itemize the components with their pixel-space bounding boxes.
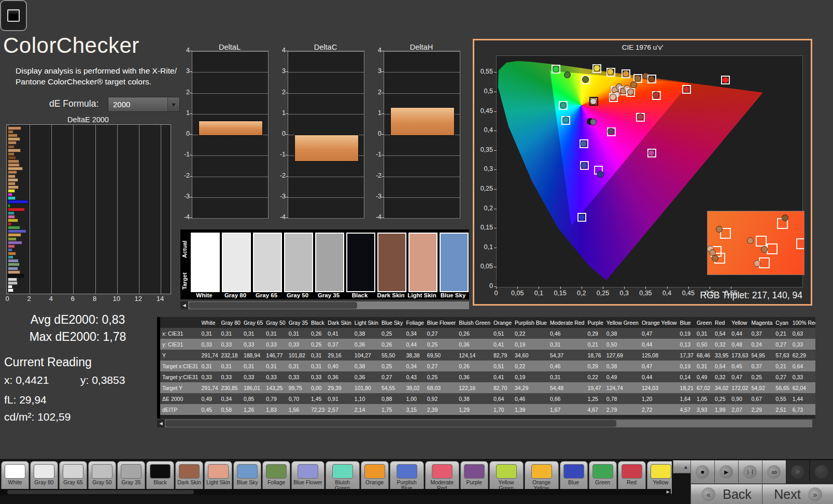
- deltae-bar: [8, 178, 18, 182]
- actual-target-swatch-panel: Actual Target WhiteGray 80Gray 65Gray 50…: [180, 229, 469, 299]
- table-cell: 0,51: [492, 361, 513, 371]
- axis-tick-label: 0,55: [475, 68, 493, 75]
- deltae-bar: [8, 252, 16, 255]
- table-cell: 0,33: [264, 371, 287, 382]
- axis-tick-label: 0,25: [597, 290, 609, 297]
- axis-tick: [494, 248, 497, 248]
- table-cell: 232,18: [220, 350, 242, 361]
- table-cell: 34,02: [713, 382, 730, 393]
- grid-line: [30, 125, 30, 294]
- deltae-bar: [8, 170, 17, 174]
- table-row: Target Y291,74230,85186,01143,2599,750,0…: [160, 382, 815, 393]
- axis-tick: [382, 134, 384, 135]
- cie-point-measured: [630, 81, 637, 88]
- table-cell: 0,31: [220, 361, 242, 371]
- palette-swatch: [651, 464, 671, 479]
- grid-line: [384, 72, 460, 73]
- scroll-left-icon[interactable]: ◀: [157, 420, 165, 427]
- transport-range-button[interactable]: [··]: [738, 460, 763, 484]
- palette-swatch: [92, 464, 112, 479]
- cie-point-measured: [560, 102, 567, 109]
- axis-tick-label: 2: [273, 89, 286, 96]
- table-cell: 56,65: [774, 382, 790, 393]
- cie-point-measured: [648, 150, 655, 156]
- swatch-scrollbar[interactable]: ◀: [180, 301, 469, 309]
- table-cell: 0,33: [220, 371, 242, 382]
- play-icon: ▶: [719, 465, 733, 479]
- palette-button-label: Purple: [466, 480, 482, 485]
- transport-stop-button[interactable]: ■: [690, 460, 715, 484]
- transport-refresh-button[interactable]: ⟳: [786, 460, 810, 484]
- deltae-bar: [8, 267, 18, 270]
- palette-swatch: [5, 464, 25, 479]
- table-header-cell: Magenta: [750, 317, 774, 328]
- table-cell: 2,72: [640, 404, 679, 415]
- axis-tick-label: 2: [177, 89, 190, 96]
- mini-chart-title: DeltaH: [384, 43, 459, 51]
- table-cell: 0,92: [426, 393, 457, 404]
- table-cell: 68,03: [426, 382, 457, 393]
- table-row: Target x:CIE310,310,310,310,310,310,310,…: [160, 361, 815, 371]
- table-cell: 0,26: [309, 328, 326, 339]
- palette-swatch: [592, 464, 613, 479]
- table-cell: 67,02: [695, 382, 713, 393]
- table-cell: 2,14: [353, 404, 380, 415]
- transport-infinity-button[interactable]: ∞: [762, 460, 786, 484]
- table-scrollbar[interactable]: ◀: [157, 420, 812, 427]
- table-header-cell: Red: [713, 317, 730, 328]
- table-cell: 0,78: [605, 393, 640, 404]
- axis-tick: [710, 286, 710, 289]
- inset-measured-marker: [754, 260, 760, 267]
- table-cell: 0,22: [586, 371, 604, 382]
- axis-tick-label: 0,3: [619, 290, 628, 297]
- table-header-cell: Purple: [586, 317, 604, 328]
- next-button[interactable]: Next »: [762, 484, 833, 504]
- table-row-label: Target x:CIE31: [160, 361, 200, 371]
- table-cell: 0,19: [679, 361, 695, 371]
- palette-scrollbar-thumb[interactable]: [7, 490, 194, 494]
- axis-tick-label: 12: [135, 295, 142, 303]
- axis-tick: [190, 155, 192, 155]
- table-cell: 0,33: [791, 371, 815, 382]
- de-formula-dropdown[interactable]: 2000 ▼: [108, 97, 180, 112]
- palette-scrollbar[interactable]: ▶: [0, 489, 671, 495]
- table-scrollbar-thumb[interactable]: [165, 420, 616, 427]
- table-cell: 0,25: [380, 361, 404, 371]
- pattern-window-button[interactable]: [0, 0, 27, 31]
- axis-tick-label: -2: [177, 172, 190, 179]
- table-header-cell: Orange Yellow: [640, 317, 679, 328]
- deltae-bar: [8, 244, 15, 248]
- up-arrow-icon: ▲: [683, 464, 688, 470]
- table-cell: 125,08: [640, 350, 679, 361]
- deltae-bar: [8, 145, 15, 149]
- table-cell: 0,34: [404, 361, 425, 371]
- transport-record-button[interactable]: [810, 460, 833, 484]
- cie-point-measured: [562, 117, 569, 123]
- table-cell: 0,90: [730, 393, 750, 404]
- transport-play-button[interactable]: ▶: [714, 460, 739, 484]
- table-cell: 0,66: [548, 393, 586, 404]
- table-cell: 0,33: [200, 371, 219, 382]
- table-cell: 19,47: [586, 382, 604, 393]
- back-button[interactable]: « Back: [690, 484, 763, 504]
- axis-tick: [190, 197, 192, 197]
- axis-tick-label: 1: [177, 109, 190, 117]
- axis-tick: [190, 51, 192, 51]
- table-cell: 0,46: [548, 328, 586, 339]
- scroll-right-icon[interactable]: ▶: [667, 489, 670, 494]
- deltae-bar: [8, 167, 23, 170]
- cie-point-measured: [580, 140, 587, 147]
- target-row-label: Target: [181, 266, 190, 297]
- table-cell: 0,47: [730, 371, 750, 382]
- table-cell: 1,26: [242, 404, 264, 415]
- table-cell: 0,44: [404, 339, 425, 350]
- avg-de2000: Avg dE2000: 0,83: [0, 313, 156, 327]
- scroll-left-icon[interactable]: ◀: [180, 301, 188, 309]
- table-cell: 0,41: [492, 339, 513, 350]
- table-cell: 0,26: [457, 328, 492, 339]
- axis-tick: [560, 286, 561, 289]
- deltae-bar: [8, 281, 18, 285]
- table-cell: 0,32: [713, 339, 730, 350]
- swatch-scrollbar-thumb[interactable]: [189, 302, 357, 309]
- swatch-label: Dark Skin: [376, 292, 406, 298]
